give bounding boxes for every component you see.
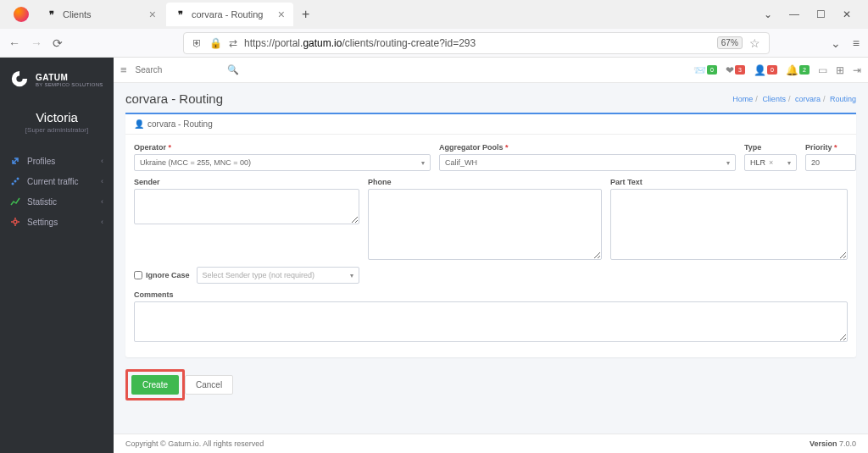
tab-title: Clients: [63, 9, 92, 19]
crumb-clients[interactable]: Clients: [762, 95, 786, 103]
address-bar: ← → ⟳ ⛨ 🔒 ⇄ https://portal.gatum.io/clie…: [0, 29, 868, 58]
browser-chrome: ❞ Clients × ❞ corvara - Routing × + ⌄ — …: [0, 0, 868, 58]
crumb-corvara[interactable]: corvara: [795, 95, 821, 103]
ignore-case-input[interactable]: [134, 271, 142, 279]
svg-point-2: [17, 178, 19, 180]
inbox-badge[interactable]: 📨0: [693, 64, 717, 76]
toolbar-right: ⌄ ≡: [831, 36, 860, 50]
comments-label: Comments: [134, 290, 848, 299]
form-row-1: Operator * Ukraine (MCC = 255, MNC = 00)…: [134, 143, 848, 171]
pocket-icon[interactable]: ⌄: [831, 36, 841, 50]
menu-icon[interactable]: ≡: [853, 36, 860, 50]
lock-icon[interactable]: 🔒: [209, 37, 222, 49]
sidebar-item-profiles[interactable]: Profiles ‹: [0, 151, 114, 171]
url-input[interactable]: ⛨ 🔒 ⇄ https://portal.gatum.io/clients/ro…: [183, 32, 770, 54]
close-window-icon[interactable]: ✕: [843, 8, 851, 20]
ignore-case-checkbox[interactable]: Ignore Case: [134, 271, 190, 279]
clear-type-icon[interactable]: ×: [769, 158, 773, 167]
heart-badge[interactable]: ❤3: [726, 64, 745, 76]
form-row-2: Sender Phone Part Text: [134, 178, 848, 260]
topbar: ≡ 🔍 📨0 ❤3 👤0 🔔2 ▭ ⊞ ⇥: [114, 58, 868, 83]
comments-textarea[interactable]: [134, 301, 848, 342]
user-badge[interactable]: 👤0: [754, 64, 777, 76]
bell-badge[interactable]: 🔔2: [786, 64, 810, 76]
logout-icon[interactable]: ⇥: [853, 64, 861, 76]
app-root: GATUM BY SEMPICO SOLUTIONS Victoria [Sup…: [0, 58, 868, 453]
tab-strip: ❞ Clients × ❞ corvara - Routing × + ⌄ — …: [0, 0, 868, 29]
type-label: Type: [744, 143, 797, 152]
card-body: Operator * Ukraine (MCC = 255, MNC = 00)…: [125, 135, 856, 357]
sidebar-item-label: Profiles: [27, 157, 55, 166]
form-actions: Create Cancel: [125, 369, 856, 401]
aggregator-select[interactable]: Calif_WH ▾: [439, 154, 736, 171]
caret-down-icon: ▾: [350, 272, 353, 279]
search-box: 🔍: [134, 62, 236, 78]
parttext-textarea[interactable]: [610, 189, 848, 260]
footer: Copyright © Gatum.io. All rights reserve…: [114, 434, 868, 453]
brand-logo-icon: [10, 69, 29, 90]
page-header: corvara - Routing Home/ Clients/ corvara…: [114, 83, 868, 113]
main-pane: ≡ 🔍 📨0 ❤3 👤0 🔔2 ▭ ⊞ ⇥ corvara - Routing …: [114, 58, 868, 453]
crumb-routing[interactable]: Routing: [830, 95, 856, 103]
aggregator-label: Aggregator Pools *: [439, 143, 736, 152]
sidebar-item-label: Settings: [27, 218, 58, 227]
type-select[interactable]: HLR × ▾: [744, 154, 797, 171]
gear-icon: [10, 217, 20, 227]
window-controls: ⌄ — ☐ ✕: [764, 8, 861, 20]
maximize-icon[interactable]: ☐: [816, 8, 826, 20]
chevron-left-icon: ‹: [101, 177, 103, 185]
firefox-icon: [14, 7, 29, 22]
chevron-down-icon[interactable]: ⌄: [764, 8, 772, 20]
operator-value: Ukraine (MCC = 255, MNC = 00): [140, 158, 251, 167]
close-icon[interactable]: ×: [149, 8, 156, 21]
sender-type-select[interactable]: Select Sender type (not required) ▾: [197, 267, 359, 284]
permissions-icon[interactable]: ⇄: [229, 37, 237, 49]
sidebar-item-label: Statistic: [27, 197, 57, 207]
back-button[interactable]: ←: [8, 36, 20, 50]
bookmark-star-icon[interactable]: ☆: [749, 36, 760, 50]
crumb-home[interactable]: Home: [732, 95, 753, 103]
form-card: 👤 corvara - Routing Operator * Ukraine (…: [125, 113, 856, 357]
phone-textarea[interactable]: [368, 189, 602, 260]
search-input[interactable]: [134, 62, 236, 78]
ignore-case-label: Ignore Case: [146, 271, 190, 279]
sidebar-item-settings[interactable]: Settings ‹: [0, 212, 114, 232]
sidebar-user-role: [Super administrator]: [0, 126, 114, 134]
create-highlight: Create: [125, 369, 185, 401]
card-title: corvara - Routing: [147, 119, 213, 129]
operator-select[interactable]: Ukraine (MCC = 255, MNC = 00) ▾: [134, 154, 431, 171]
reload-button[interactable]: ⟳: [53, 36, 63, 50]
grid-icon[interactable]: ⊞: [836, 64, 844, 76]
cancel-button[interactable]: Cancel: [185, 375, 233, 395]
footer-copyright: Copyright © Gatum.io. All rights reserve…: [125, 439, 264, 448]
flag-icon[interactable]: ▭: [818, 64, 827, 76]
sidebar-user-name: Victoria: [0, 110, 114, 124]
search-icon[interactable]: 🔍: [227, 64, 239, 75]
chart-icon: [10, 196, 20, 207]
close-icon[interactable]: ×: [278, 8, 285, 21]
sidebar-item-statistic[interactable]: Statistic ‹: [0, 191, 114, 212]
browser-tab-clients[interactable]: ❞ Clients ×: [37, 3, 164, 26]
browser-tab-routing[interactable]: ❞ corvara - Routing ×: [166, 3, 293, 26]
new-tab-button[interactable]: +: [295, 3, 316, 25]
priority-label: Priority *: [805, 143, 856, 152]
priority-input[interactable]: 20: [805, 154, 856, 171]
shield-icon[interactable]: ⛨: [192, 37, 203, 49]
favicon-icon: ❞: [175, 8, 186, 20]
sidebar-item-traffic[interactable]: Current traffic ‹: [0, 171, 114, 191]
chevron-left-icon: ‹: [101, 197, 103, 206]
caret-down-icon: ▾: [726, 159, 730, 167]
form-row-4: Comments: [134, 290, 848, 342]
brand: GATUM BY SEMPICO SOLUTIONS: [0, 66, 114, 100]
user-icon: 👤: [134, 119, 144, 129]
sidebar: GATUM BY SEMPICO SOLUTIONS Victoria [Sup…: [0, 58, 114, 453]
sender-textarea[interactable]: [134, 189, 359, 224]
create-button[interactable]: Create: [131, 375, 179, 395]
zoom-badge[interactable]: 67%: [717, 36, 743, 49]
minimize-icon[interactable]: —: [789, 8, 799, 20]
sidebar-user: Victoria [Super administrator]: [0, 100, 114, 146]
hamburger-icon[interactable]: ≡: [120, 64, 127, 76]
topbar-right: 📨0 ❤3 👤0 🔔2 ▭ ⊞ ⇥: [693, 64, 861, 76]
forward-button: →: [31, 36, 42, 50]
footer-version: Version 7.0.0: [810, 439, 856, 448]
